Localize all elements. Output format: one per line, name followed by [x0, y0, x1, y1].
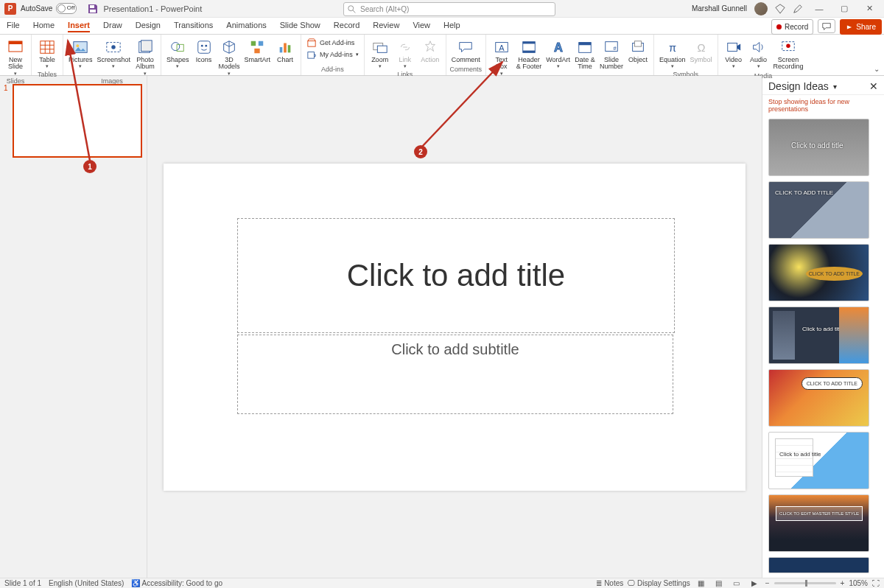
svg-point-9 — [112, 45, 116, 49]
tab-help[interactable]: Help — [437, 18, 467, 34]
group-illustrations: Shapes▾ Icons 3D Models▾ SmartArt Chart … — [161, 35, 301, 75]
tab-review[interactable]: Review — [366, 18, 406, 34]
group-images: Pictures▾ Screenshot▾ Photo Album▾ Image… — [63, 35, 161, 75]
my-addins-button[interactable]: My Add-ins▾ — [306, 49, 359, 60]
minimize-button[interactable]: ― — [810, 1, 828, 16]
icons-button[interactable]: Icons — [192, 36, 217, 65]
panel-chevron-icon[interactable]: ▾ — [833, 83, 837, 91]
design-idea-8[interactable] — [768, 557, 869, 573]
slide-editor-area[interactable]: Click to add title Click to add subtitle — [147, 76, 762, 578]
smartart-icon — [248, 38, 267, 57]
link-icon — [396, 38, 415, 57]
diamond-icon[interactable] — [775, 4, 785, 14]
window-title: Presentation1 - PowerPoint — [103, 4, 202, 13]
autosave-toggle[interactable]: AutoSave Off — [21, 3, 77, 14]
display-settings-button[interactable]: 🖵 Display Settings — [628, 579, 690, 587]
svg-point-15 — [200, 45, 203, 47]
close-button[interactable]: ✕ — [860, 1, 878, 16]
pictures-button[interactable]: Pictures▾ — [66, 36, 95, 71]
group-tables: Table▾ Tables — [32, 35, 63, 75]
get-addins-button[interactable]: Get Add-ins — [306, 37, 359, 48]
zoom-button[interactable]: Zoom▾ — [368, 36, 393, 71]
title-placeholder[interactable]: Click to add title — [237, 218, 675, 333]
equation-button[interactable]: πEquation▾ — [657, 36, 688, 71]
svg-text:Ω: Ω — [697, 42, 705, 54]
fit-to-window-button[interactable]: ⛶ — [872, 579, 880, 587]
photo-album-button[interactable]: Photo Album▾ — [133, 36, 158, 77]
notes-button[interactable]: ≣ Notes — [596, 579, 623, 587]
tab-record[interactable]: Record — [327, 18, 366, 34]
date-time-button[interactable]: Date & Time — [572, 36, 597, 72]
slide-1-thumbnail[interactable] — [13, 84, 142, 158]
chart-button[interactable]: Chart — [273, 36, 298, 65]
slide-canvas[interactable]: Click to add title Click to add subtitle — [164, 164, 746, 491]
stop-showing-ideas-link[interactable]: Stop showing ideas for new presentations — [762, 95, 884, 116]
header-footer-icon — [519, 38, 539, 57]
slide-number-button[interactable]: #Slide Number — [597, 36, 625, 72]
tab-transitions[interactable]: Transitions — [167, 18, 220, 34]
sorter-view-button[interactable]: ▤ — [712, 578, 726, 589]
pen-icon[interactable] — [793, 4, 803, 14]
status-language[interactable]: English (United States) — [49, 579, 124, 587]
tab-file[interactable]: File — [0, 18, 27, 34]
zoom-out-button[interactable]: − — [765, 579, 770, 587]
status-bar: Slide 1 of 1 English (United States) ♿ A… — [0, 578, 884, 588]
design-idea-4[interactable]: Click to add title — [768, 307, 869, 364]
status-slide[interactable]: Slide 1 of 1 — [4, 579, 41, 587]
panel-close-button[interactable]: ✕ — [869, 80, 878, 92]
design-idea-7[interactable]: CLICK TO EDIT MASTER TITLE STYLE — [768, 494, 869, 552]
zoom-percent[interactable]: 105% — [849, 579, 868, 587]
autosave-switch[interactable]: Off — [56, 3, 77, 14]
tab-view[interactable]: View — [406, 18, 437, 34]
design-idea-6[interactable]: Click to add title — [768, 432, 869, 489]
reading-view-button[interactable]: ▭ — [730, 578, 743, 589]
textbox-button[interactable]: AText Box▾ — [489, 36, 514, 77]
comments-toggle[interactable] — [818, 19, 835, 33]
group-text: AText Box▾ Header & Footer AWordArt▾ Dat… — [486, 35, 654, 75]
slideshow-view-button[interactable]: ▶ — [748, 578, 761, 589]
video-button[interactable]: Video▾ — [721, 36, 746, 71]
design-idea-5[interactable]: CLICK TO ADD TITLE — [768, 369, 869, 427]
tab-draw[interactable]: Draw — [97, 18, 129, 34]
svg-rect-14 — [197, 41, 210, 54]
tab-design[interactable]: Design — [129, 18, 167, 34]
maximize-button[interactable]: ▢ — [835, 1, 853, 16]
tab-insert[interactable]: Insert — [61, 18, 97, 34]
search-box[interactable]: Search (Alt+Q) — [343, 2, 555, 16]
normal-view-button[interactable]: ▦ — [695, 578, 708, 589]
shapes-button[interactable]: Shapes▾ — [164, 36, 192, 71]
save-icon[interactable] — [87, 3, 99, 15]
smartart-button[interactable]: SmartArt — [242, 36, 273, 65]
share-button[interactable]: Share — [840, 19, 882, 35]
3d-models-button[interactable]: 3D Models▾ — [217, 36, 242, 77]
user-avatar[interactable] — [754, 2, 768, 15]
tab-slideshow[interactable]: Slide Show — [273, 18, 327, 34]
design-ideas-list[interactable]: Click to add title CLICK TO ADD TITLE CL… — [762, 116, 884, 578]
table-button[interactable]: Table▾ — [35, 36, 60, 71]
status-accessibility[interactable]: ♿ Accessibility: Good to go — [131, 579, 222, 587]
design-idea-1[interactable]: Click to add title — [768, 119, 869, 176]
screenshot-button[interactable]: Screenshot▾ — [95, 36, 133, 71]
zoom-in-button[interactable]: + — [841, 579, 845, 587]
user-name[interactable]: Marshall Gunnell — [692, 4, 747, 13]
tab-home[interactable]: Home — [27, 18, 61, 34]
screen-recording-button[interactable]: Screen Recording — [771, 36, 806, 72]
object-button[interactable]: Object — [625, 36, 650, 65]
subtitle-placeholder[interactable]: Click to add subtitle — [237, 335, 673, 414]
search-icon — [347, 4, 357, 15]
store-icon — [306, 38, 317, 48]
tab-animations[interactable]: Animations — [220, 18, 273, 34]
thumbnail-pane[interactable]: 1 — [0, 76, 147, 578]
header-footer-button[interactable]: Header & Footer — [514, 36, 544, 72]
comment-button[interactable]: Comment — [449, 36, 483, 65]
wordart-button[interactable]: AWordArt▾ — [544, 36, 572, 71]
design-idea-2[interactable]: CLICK TO ADD TITLE — [768, 181, 869, 239]
svg-point-43 — [786, 43, 790, 47]
new-slide-button[interactable]: New Slide▾ — [3, 36, 28, 77]
svg-point-16 — [205, 45, 207, 47]
audio-button[interactable]: Audio▾ — [746, 36, 771, 71]
zoom-slider[interactable] — [774, 582, 836, 584]
record-button[interactable]: Record — [771, 19, 813, 35]
design-idea-3[interactable]: CLICK TO ADD TITLE — [768, 244, 869, 301]
collapse-ribbon-icon[interactable]: ⌄ — [874, 65, 880, 73]
